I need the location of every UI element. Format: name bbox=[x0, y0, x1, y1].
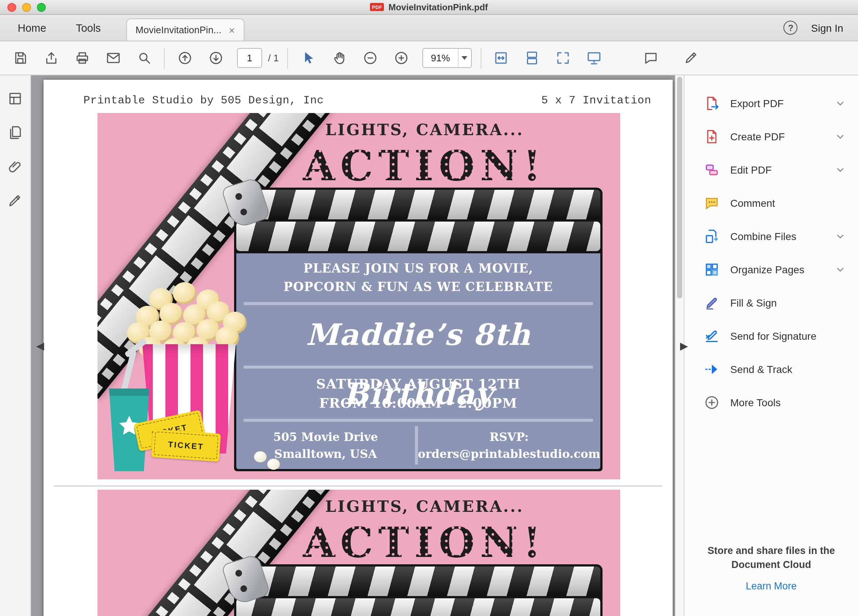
presentation-mode-icon bbox=[586, 50, 602, 66]
page-header-left: Printable Studio by 505 Design, Inc bbox=[84, 95, 324, 107]
sign-in-button[interactable]: Sign In bbox=[811, 22, 843, 34]
tool-more-tools[interactable]: More Tools bbox=[684, 386, 858, 419]
invitation-line2: ACTION! bbox=[230, 518, 619, 566]
zoom-dropdown-arrow[interactable] bbox=[457, 49, 471, 67]
tool-send-for-signature[interactable]: Send for Signature bbox=[684, 319, 858, 352]
bookmarks-icon bbox=[8, 124, 23, 140]
toolbar-divider bbox=[480, 48, 481, 68]
scrollbar-thumb[interactable] bbox=[677, 77, 682, 299]
main-area: Printable Studio by 505 Design, Inc 5 x … bbox=[0, 75, 858, 616]
tool-combine-files[interactable]: Combine Files bbox=[684, 219, 858, 253]
print-icon bbox=[74, 50, 90, 66]
select-tool-button[interactable] bbox=[297, 47, 319, 69]
toolbar-divider bbox=[164, 48, 165, 68]
tabbar-right-group: ? Sign In bbox=[784, 21, 858, 35]
search-button[interactable] bbox=[133, 47, 155, 69]
fullscreen-button[interactable] bbox=[552, 47, 574, 69]
document-area[interactable]: Printable Studio by 505 Design, Inc 5 x … bbox=[31, 75, 675, 616]
fullscreen-icon bbox=[555, 50, 571, 66]
minimize-window-button[interactable] bbox=[22, 3, 31, 11]
invitation-rsvp: RSVP: orders@printablestudio.com bbox=[418, 422, 600, 469]
invitation-copy-2: LIGHTS, CAMERA... ACTION! bbox=[98, 490, 620, 616]
clapperboard-graphic bbox=[234, 564, 603, 616]
edit-pdf-icon bbox=[704, 162, 720, 177]
close-tab-icon[interactable]: × bbox=[229, 25, 235, 35]
send-track-icon bbox=[704, 361, 720, 377]
chevron-down-icon bbox=[835, 163, 846, 176]
toolbar-divider bbox=[288, 48, 288, 68]
tool-comment[interactable]: Comment bbox=[684, 186, 858, 219]
zoom-level-dropdown[interactable]: 91% bbox=[423, 48, 471, 68]
email-button[interactable] bbox=[102, 47, 124, 69]
tab-home[interactable]: Home bbox=[3, 15, 61, 40]
close-window-button[interactable] bbox=[8, 3, 16, 11]
chevron-down-icon bbox=[835, 263, 846, 275]
zoom-in-button[interactable] bbox=[390, 47, 412, 69]
comment-icon bbox=[704, 194, 720, 211]
previous-page-icon bbox=[177, 50, 192, 66]
attachments-icon bbox=[8, 159, 23, 174]
help-icon[interactable]: ? bbox=[784, 21, 798, 35]
tab-bar: Home Tools MovieInvitationPin... × ? Sig… bbox=[0, 15, 858, 41]
popcorn-piece bbox=[254, 451, 267, 462]
save-button[interactable] bbox=[9, 47, 31, 69]
window-title: MovieInvitationPink.pdf bbox=[389, 2, 488, 12]
bookmarks-button[interactable] bbox=[4, 121, 26, 143]
pdf-page: Printable Studio by 505 Design, Inc 5 x … bbox=[44, 80, 673, 616]
two-page-view-icon bbox=[524, 50, 540, 66]
share-upload-button[interactable] bbox=[40, 47, 62, 69]
chevron-down-icon bbox=[835, 131, 846, 142]
collapse-right-pane-button[interactable]: ▶ bbox=[680, 340, 688, 352]
comment-tool-button[interactable] bbox=[639, 47, 662, 69]
next-page-button[interactable] bbox=[205, 47, 227, 69]
next-page-icon bbox=[208, 50, 223, 66]
export-pdf-icon bbox=[704, 95, 720, 111]
popcorn-piece bbox=[267, 459, 280, 470]
two-page-view-button[interactable] bbox=[521, 47, 543, 69]
ticket-graphic: TICKET bbox=[151, 429, 221, 462]
invitation-intro: PLEASE JOIN US FOR A MOVIE, POPCORN & FU… bbox=[236, 254, 600, 302]
tab-tools[interactable]: Tools bbox=[61, 15, 115, 40]
collapse-left-pane-button[interactable]: ◀ bbox=[36, 340, 44, 352]
tab-document[interactable]: MovieInvitationPin... × bbox=[126, 19, 244, 40]
invitation-datetime: SATURDAY AUGUST 12TH FROM 10:00AM - 2:00… bbox=[236, 369, 600, 419]
clapperboard-graphic: PLEASE JOIN US FOR A MOVIE, POPCORN & FU… bbox=[234, 188, 603, 471]
presentation-mode-button[interactable] bbox=[583, 47, 605, 69]
invitation-line2: ACTION! bbox=[230, 141, 619, 190]
invitation-line1: LIGHTS, CAMERA... bbox=[230, 120, 619, 139]
page-number-input[interactable] bbox=[237, 48, 262, 68]
save-icon bbox=[12, 50, 28, 66]
tool-create-pdf[interactable]: Create PDF bbox=[684, 120, 858, 153]
page-thumbnails-icon bbox=[8, 90, 23, 106]
tool-fill-sign[interactable]: Fill & Sign bbox=[684, 286, 858, 319]
invitation-title: Maddie’s 8th Birthday bbox=[236, 305, 600, 366]
trim-line bbox=[54, 485, 662, 487]
zoom-in-icon bbox=[393, 50, 409, 66]
select-tool-icon bbox=[300, 50, 316, 66]
signatures-icon bbox=[8, 193, 23, 208]
learn-more-link[interactable]: Learn More bbox=[746, 579, 797, 593]
previous-page-button[interactable] bbox=[174, 47, 196, 69]
signatures-button[interactable] bbox=[4, 189, 26, 211]
page-total-label: / 1 bbox=[268, 53, 279, 64]
hand-tool-button[interactable] bbox=[328, 47, 350, 69]
pencil-tool-button[interactable] bbox=[679, 47, 701, 69]
zoom-window-button[interactable] bbox=[37, 3, 46, 11]
create-pdf-icon bbox=[704, 128, 720, 145]
acrobat-window: PDF MovieInvitationPink.pdf Home Tools M… bbox=[0, 0, 858, 616]
window-title-group: PDF MovieInvitationPink.pdf bbox=[0, 2, 858, 12]
zoom-out-button[interactable] bbox=[359, 47, 381, 69]
tool-organize-pages[interactable]: Organize Pages bbox=[684, 253, 858, 286]
chevron-down-icon bbox=[835, 230, 846, 242]
tool-export-pdf[interactable]: Export PDF bbox=[684, 86, 858, 120]
popcorn-graphic: TICKET TICKET bbox=[111, 279, 273, 476]
tool-send-track[interactable]: Send & Track bbox=[684, 352, 858, 386]
print-button[interactable] bbox=[71, 47, 93, 69]
chevron-down-icon bbox=[835, 97, 846, 109]
fit-width-button[interactable] bbox=[490, 47, 512, 69]
tool-edit-pdf[interactable]: Edit PDF bbox=[684, 153, 858, 186]
hand-tool-icon bbox=[331, 50, 347, 66]
attachments-button[interactable] bbox=[4, 155, 26, 177]
pencil-icon bbox=[682, 50, 698, 66]
page-thumbnails-button[interactable] bbox=[4, 87, 26, 109]
